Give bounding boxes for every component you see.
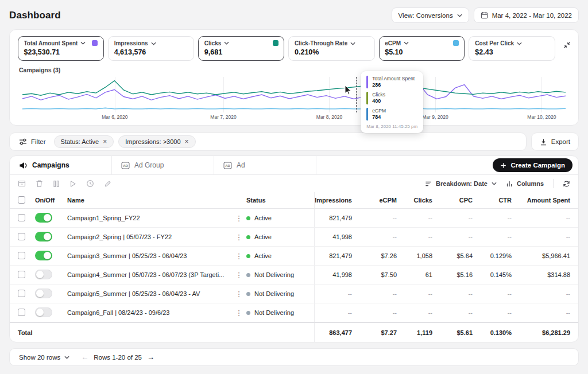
- campaign-name[interactable]: Campaign3_Summer | 05/25/23 - 06/04/23: [67, 252, 231, 259]
- tab-ad[interactable]: AD Ad: [214, 156, 316, 174]
- cell-cpc: --: [432, 233, 473, 240]
- collapse-panel-icon[interactable]: [563, 41, 571, 49]
- row-menu-icon[interactable]: ⋮: [231, 271, 246, 279]
- col-header-status[interactable]: Status: [246, 197, 314, 204]
- row-checkbox[interactable]: [18, 290, 25, 297]
- tab-ad-group[interactable]: AD Ad Group: [112, 156, 214, 174]
- archive-icon[interactable]: [18, 180, 26, 188]
- tab-label: Campaigns: [32, 161, 69, 169]
- campaign-toggle[interactable]: [35, 270, 52, 279]
- status-dot: [246, 273, 250, 277]
- tab-campaigns[interactable]: Campaigns: [10, 156, 112, 174]
- remove-filter-icon[interactable]: ×: [185, 138, 189, 145]
- play-icon[interactable]: [69, 180, 76, 188]
- metric-card-impressions[interactable]: Impressions4,613,576: [108, 36, 195, 61]
- x-axis-label: Mar 10, 2020: [527, 114, 556, 120]
- col-header-amount-spent[interactable]: Amount Spent: [512, 197, 578, 204]
- filter-button[interactable]: Filter: [16, 137, 49, 147]
- metric-card-click-through-rate[interactable]: Click-Through Rate0.210%: [288, 36, 375, 61]
- breakdown-selector[interactable]: Breakdown: Date: [425, 180, 497, 187]
- row-checkbox[interactable]: [18, 309, 25, 316]
- campaign-name[interactable]: Campaign5_Summer | 05/25/23 - 06/04/23 -…: [67, 290, 231, 297]
- cell-cpc: $5.16: [432, 271, 473, 278]
- status-label: Not Delivering: [254, 271, 294, 278]
- remove-filter-icon[interactable]: ×: [103, 138, 107, 145]
- campaign-toggle[interactable]: [35, 307, 52, 317]
- cell-cpc: --: [432, 290, 473, 297]
- row-menu-icon[interactable]: ⋮: [231, 290, 246, 298]
- x-axis-label: Mar 6, 2020: [102, 114, 127, 120]
- pause-icon[interactable]: [53, 180, 60, 188]
- cell-ecpm: --: [352, 309, 397, 316]
- campaign-name[interactable]: Campaign2_Spring | 05/07/23 - FY22: [67, 233, 231, 240]
- cell-ecpm: $7.50: [352, 271, 397, 278]
- col-header-ecpm[interactable]: eCPM: [352, 197, 397, 204]
- campaign-toggle[interactable]: [35, 289, 52, 298]
- breakdown-icon: [425, 181, 432, 187]
- col-header-impressions[interactable]: Impressions: [314, 192, 352, 208]
- row-menu-icon[interactable]: ⋮: [231, 214, 246, 223]
- metric-card-total-amount-spent[interactable]: Total Amount Spent$23,530.71: [18, 36, 104, 61]
- columns-icon: [506, 180, 513, 187]
- campaign-name[interactable]: Campaign6_Fall | 08/24/23 - 09/6/23: [67, 309, 231, 316]
- export-button[interactable]: Export: [531, 133, 579, 151]
- metric-value: $23,530.71: [24, 48, 98, 56]
- row-checkbox[interactable]: [18, 252, 25, 259]
- status-label: Active: [254, 215, 272, 221]
- campaign-toggle[interactable]: [35, 232, 52, 241]
- status-dot: [246, 235, 250, 239]
- col-header-cpc[interactable]: CPC: [432, 197, 473, 204]
- metric-card-cost-per-click[interactable]: Cost Per Click$2.43: [469, 36, 555, 61]
- prev-page-icon[interactable]: ←: [81, 353, 88, 361]
- total-ecpm: $7.27: [352, 329, 397, 336]
- rows-per-page-selector[interactable]: Show 20 rows: [19, 354, 69, 361]
- row-menu-icon[interactable]: ⋮: [231, 233, 246, 241]
- campaign-toggle[interactable]: [35, 213, 52, 223]
- status-label: Active: [254, 252, 272, 259]
- plus-icon: [500, 162, 506, 169]
- col-header-clicks[interactable]: Clicks: [397, 197, 432, 204]
- campaign-name[interactable]: Campaign4_Summer | 05/07/23 - 06/07/23 (…: [67, 271, 231, 278]
- history-icon[interactable]: [86, 180, 94, 188]
- col-header-onoff[interactable]: On/Off: [35, 197, 67, 204]
- cell-clicks: --: [397, 233, 432, 240]
- export-button-label: Export: [551, 138, 570, 145]
- cell-ecpm: --: [352, 290, 397, 297]
- refresh-icon[interactable]: [563, 180, 570, 188]
- filter-chip-status-active[interactable]: Status: Active×: [54, 135, 114, 148]
- create-campaign-button[interactable]: Create Campaign: [493, 158, 572, 172]
- columns-button[interactable]: Columns: [506, 180, 544, 187]
- edit-icon[interactable]: [104, 180, 111, 188]
- cell-impressions: 41,998: [314, 228, 352, 246]
- row-checkbox[interactable]: [18, 214, 25, 221]
- cell-ctr: 0.145%: [473, 271, 512, 278]
- series-color-swatch: [453, 40, 459, 46]
- chevron-down-icon: [151, 42, 156, 45]
- metric-value: $5.10: [385, 48, 459, 56]
- metric-card-ecpm[interactable]: eCPM$5.10: [379, 36, 465, 61]
- row-menu-icon[interactable]: ⋮: [231, 309, 246, 317]
- breakdown-label: Breakdown: Date: [436, 180, 488, 187]
- date-range-picker[interactable]: Mar 4, 2022 - Mar 10, 2022: [474, 7, 579, 23]
- filter-chip-impressions-3000[interactable]: Impressions: >3000×: [118, 135, 195, 148]
- campaign-name[interactable]: Campaign1_Spring_FY22: [67, 215, 231, 221]
- row-checkbox[interactable]: [18, 271, 25, 278]
- tooltip-entry-clicks: Clicks400: [366, 92, 417, 104]
- select-all-checkbox[interactable]: [18, 196, 25, 204]
- col-header-ctr[interactable]: CTR: [473, 197, 512, 204]
- col-header-name[interactable]: Name: [67, 197, 231, 204]
- chart-series-ecpm: [22, 108, 566, 109]
- view-selector[interactable]: View: Conversions: [392, 7, 469, 23]
- metrics-chart-panel: Total Amount Spent$23,530.71Impressions4…: [9, 29, 579, 126]
- cell-ctr: --: [473, 290, 512, 297]
- row-menu-icon[interactable]: ⋮: [231, 252, 246, 260]
- row-checkbox[interactable]: [18, 233, 25, 240]
- cell-ctr: --: [473, 309, 512, 316]
- status-label: Not Delivering: [254, 290, 294, 297]
- metric-card-clicks[interactable]: Clicks9,681: [198, 36, 284, 61]
- campaigns-line-chart[interactable]: Total Amount Spent286Clicks400eCPM784 Ma…: [22, 77, 566, 112]
- trash-icon[interactable]: [36, 180, 43, 188]
- campaign-toggle[interactable]: [35, 251, 52, 260]
- next-page-icon[interactable]: →: [147, 353, 154, 361]
- metric-label: Clicks: [204, 40, 221, 46]
